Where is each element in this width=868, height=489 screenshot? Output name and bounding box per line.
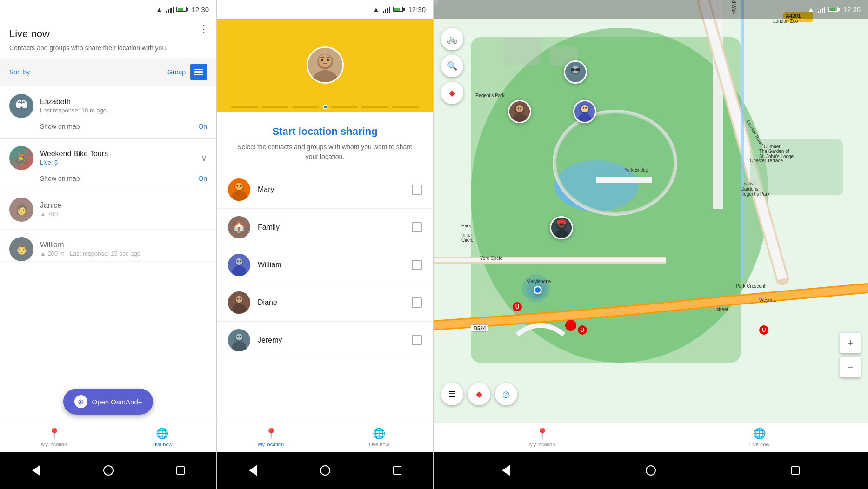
- map-controls-left: 🚲 🔍 ◆: [441, 28, 463, 104]
- on-label-weekendbike[interactable]: On: [198, 175, 207, 182]
- search-btn[interactable]: 🔍: [441, 55, 463, 77]
- contact-item-janice[interactable]: 👩 Janice ▲ 700: [0, 190, 216, 230]
- avatar-weekendbike: 🚴: [9, 146, 33, 170]
- map-avatar-william-map[interactable]: [573, 100, 596, 123]
- contact-item-william-s2[interactable]: William: [217, 246, 433, 284]
- svg-point-9: [236, 185, 238, 187]
- menu-button[interactable]: ⋮: [199, 23, 209, 35]
- tube-icon-2: U: [513, 302, 522, 311]
- signal-icon-2: [383, 6, 390, 13]
- svg-point-77: [562, 223, 564, 225]
- svg-point-63: [520, 107, 522, 109]
- checkbox-family[interactable]: [412, 222, 422, 232]
- nav-live-now-3[interactable]: 🌐 Live now: [651, 423, 868, 452]
- map-controls-right: + −: [840, 333, 861, 377]
- chevron-icon-weekendbike: ∨: [201, 153, 207, 163]
- on-label-elizabeth[interactable]: On: [198, 123, 207, 130]
- contact-info-janice: Janice ▲ 700: [40, 201, 207, 218]
- nav-live-icon-2: 🌐: [373, 428, 385, 440]
- checkbox-mary[interactable]: [412, 185, 422, 195]
- back-btn-1[interactable]: [30, 464, 43, 477]
- android-bar-3: [434, 452, 868, 489]
- start-sharing-title: Start location sharing: [217, 112, 433, 142]
- svg-point-68: [583, 107, 585, 109]
- my-location-dot: [534, 286, 542, 294]
- contact-item-william[interactable]: 👨 William ▲ 200 m · Last response: 15 se…: [0, 230, 216, 262]
- nav-live-label-1: Live now: [152, 442, 172, 447]
- contact-name-janice: Janice: [40, 201, 207, 210]
- contact-item-weekendbike[interactable]: 🚴 Weekend Bike Tours Live: 5 ∨ Show on m…: [0, 139, 216, 190]
- nav-live-icon-1: 🌐: [156, 428, 168, 440]
- checkbox-william[interactable]: [412, 260, 422, 270]
- nav-my-location-2[interactable]: 📍 My location: [217, 423, 325, 452]
- hero-section: [217, 19, 433, 112]
- back-btn-3[interactable]: [500, 464, 513, 477]
- sort-by-label[interactable]: Sort by: [9, 68, 30, 76]
- avatar-jeremy: [228, 329, 250, 351]
- time-2: 12:30: [408, 6, 426, 13]
- recent-btn-3[interactable]: [789, 464, 802, 477]
- battery-icon-3: [828, 7, 838, 12]
- bottom-nav-2: 📍 My location 🌐 Live now: [217, 423, 433, 452]
- map-avatar-elizabeth[interactable]: [564, 60, 587, 84]
- osmand-button[interactable]: ⊕ Open OsmAnd+: [63, 389, 154, 415]
- svg-point-28: [236, 334, 243, 341]
- svg-point-46: [565, 320, 576, 331]
- nav-live-label-2: Live now: [369, 442, 389, 447]
- svg-point-78: [555, 230, 568, 239]
- map-avatar-bottom[interactable]: [550, 216, 573, 239]
- show-map-label-weekendbike: Show on map: [40, 175, 80, 182]
- contact-item-mary[interactable]: Mary: [217, 171, 433, 209]
- group-icon[interactable]: [190, 64, 207, 80]
- map-bottom-controls: ☰ ◆ ◎: [441, 383, 517, 405]
- contact-item-diane[interactable]: Diane: [217, 284, 433, 322]
- nav-live-icon-3: 🌐: [753, 428, 766, 440]
- contact-item-elizabeth[interactable]: 🕶 Elizabeth Last response: 10 m ago Show…: [0, 86, 216, 138]
- osmand-logo: ⊕: [74, 395, 87, 408]
- zoom-in-btn[interactable]: +: [840, 333, 861, 353]
- group-label[interactable]: Group: [167, 68, 186, 76]
- svg-point-5: [327, 59, 329, 61]
- svg-rect-56: [571, 68, 574, 71]
- checkbox-jeremy[interactable]: [412, 335, 422, 345]
- home-btn-2[interactable]: [319, 464, 332, 477]
- back-btn-2[interactable]: [247, 464, 260, 477]
- nav-live-now-1[interactable]: 🌐 Live now: [108, 423, 217, 452]
- nav-location-label-1: My location: [41, 442, 67, 447]
- contact-sub-elizabeth: Last response: 10 m ago: [40, 107, 207, 114]
- contact-name-diane: Diane: [258, 298, 404, 307]
- avatar-diane: [228, 291, 250, 314]
- recent-btn-2[interactable]: [391, 464, 404, 477]
- svg-point-24: [240, 298, 241, 300]
- recent-btn-1[interactable]: [174, 464, 187, 477]
- nav-my-location-1[interactable]: 📍 My location: [0, 423, 108, 452]
- signal-icon-1: [166, 6, 174, 13]
- screen3: 12:30: [434, 0, 868, 489]
- menu-btn-map[interactable]: ☰: [441, 383, 463, 405]
- home-btn-1[interactable]: [102, 464, 115, 477]
- checkbox-diane[interactable]: [412, 297, 422, 308]
- contact-name-mary: Mary: [258, 185, 404, 194]
- zoom-out-btn[interactable]: −: [840, 357, 861, 377]
- screen2: 12:30 Star: [217, 0, 434, 489]
- sort-bar: Sort by Group: [0, 58, 216, 86]
- nav-live-now-2[interactable]: 🌐 Live now: [325, 423, 434, 452]
- bookmark-btn[interactable]: ◆: [441, 82, 463, 104]
- contact-item-family[interactable]: 🏠 Family: [217, 209, 433, 246]
- direction-btn[interactable]: ◆: [468, 383, 490, 405]
- cycling-btn[interactable]: 🚲: [441, 28, 463, 50]
- svg-point-3: [319, 54, 332, 67]
- home-btn-3[interactable]: [644, 464, 657, 477]
- contact-name-family: Family: [258, 223, 404, 231]
- nav-location-icon-3: 📍: [536, 428, 548, 440]
- contact-item-jeremy[interactable]: Jeremy: [217, 322, 433, 359]
- map-avatar-janice[interactable]: [508, 100, 531, 123]
- map-container[interactable]: London Zoo Broad Walk A4201 Regent's Par…: [434, 0, 868, 452]
- svg-point-61: [516, 105, 523, 112]
- bottom-nav-3: 📍 My location 🌐 Live now: [434, 423, 868, 452]
- contact-name-jeremy: Jeremy: [258, 336, 404, 344]
- gps-btn[interactable]: ◎: [495, 383, 517, 405]
- nav-my-location-3[interactable]: 📍 My location: [434, 423, 651, 452]
- svg-text:🏠: 🏠: [232, 220, 246, 233]
- svg-rect-48: [750, 139, 843, 195]
